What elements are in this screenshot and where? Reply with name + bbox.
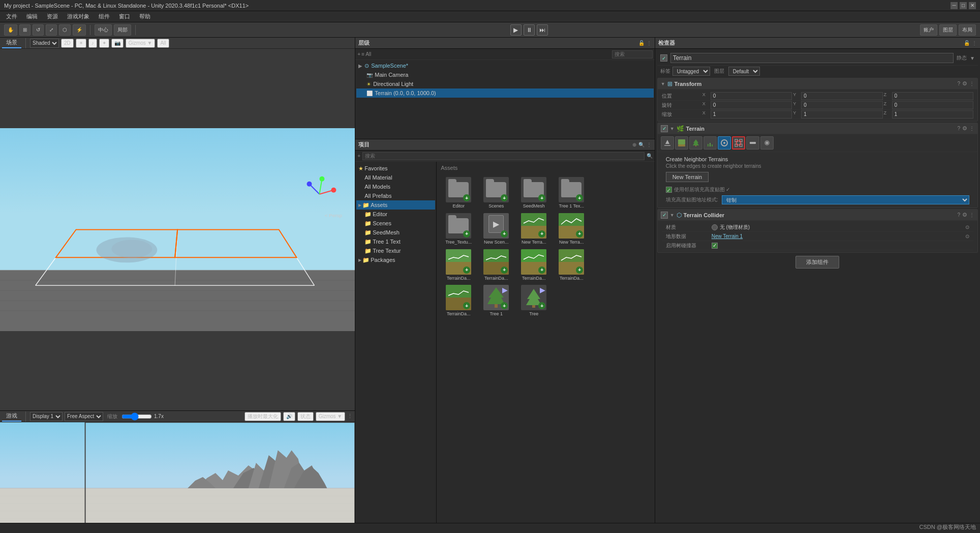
hierarchy-directional-light[interactable]: ☀ Directional Light [356,79,653,88]
tool-scale[interactable]: ⤢ [46,24,57,36]
scene-2d[interactable]: 2D [61,39,74,48]
maximize-on-play[interactable]: 播放时最大化 [244,412,281,421]
menu-help[interactable]: 帮助 [135,12,155,21]
terrain-data-select-icon[interactable]: ⊙ [965,233,969,239]
all-material-item[interactable]: All Material [356,173,435,182]
favorites-item[interactable]: ★ Favorites [356,164,435,173]
collider-more-icon[interactable]: ⋮ [969,212,974,218]
hierarchy-terrain[interactable]: ⬜ Terrain (0.0, 0.0, 1000.0) [356,88,653,98]
scale-z-input[interactable] [892,110,973,119]
terraindata1-add-btn[interactable]: + [463,266,470,274]
collider-question-icon[interactable]: ? [957,212,960,218]
layout-button[interactable]: 布局 [959,24,976,36]
tree-colliders-checkbox[interactable]: ✓ [712,243,718,249]
fill-checkbox[interactable]: ✓ [666,187,672,193]
game-more[interactable]: ⋮ [347,413,353,420]
asset-terraindata1[interactable]: + TerrainDa... [441,248,476,282]
stats-button[interactable]: 状态 [297,412,314,421]
all-prefabs-item[interactable]: All Prefabs [356,191,435,200]
scene-gizmos[interactable]: Gizmos ▼ [126,39,156,48]
game-gizmos[interactable]: Gizmos ▼ [316,412,346,421]
project-icon3[interactable]: ⋮ [647,142,652,147]
material-select-icon[interactable]: ⊙ [965,224,969,230]
object-enable-checkbox[interactable]: ✓ [660,54,667,62]
tree1text-folder-item[interactable]: 📁 Tree 1 Text [356,237,435,246]
inspector-more[interactable]: ⋮ [972,40,977,46]
minimize-button[interactable]: ─ [951,2,958,9]
asset-tree[interactable]: ▶ + Tree [516,284,552,318]
scene-audio[interactable]: ♪ [88,39,97,48]
tool-hand[interactable]: ✋ [4,24,17,36]
asset-newterrain1[interactable]: + New Terra... [516,212,552,246]
terrain-tool-extra1[interactable] [746,136,759,150]
hierarchy-add-icon[interactable]: + [357,51,360,57]
game-tab[interactable]: 游戏 [2,411,21,422]
hierarchy-search-input[interactable] [612,50,653,58]
asset-editor[interactable]: + Editor [441,176,476,210]
rot-y-input[interactable] [801,101,882,109]
tag-dropdown[interactable]: Untagged [672,67,710,76]
scale-y-input[interactable] [801,110,882,119]
treetexture-folder-item[interactable]: 📁 Tree Textur [356,246,435,255]
step-button[interactable]: ⏭ [537,24,548,36]
layer-dropdown[interactable]: Default [728,67,760,76]
terrain-raise-tool[interactable] [661,136,674,150]
project-icon2[interactable]: 🔍 [638,142,645,147]
asset-seedmesh[interactable]: + SeedMesh [516,176,552,210]
tool-transform[interactable]: ⚡ [73,24,86,36]
maximize-button[interactable]: □ [960,2,967,9]
scene-fx[interactable]: ✦ [99,39,109,48]
project-search-input[interactable] [362,152,645,160]
pos-x-input[interactable] [711,92,792,100]
asset-terraindata3[interactable]: + TerrainDa... [516,248,552,282]
window-controls[interactable]: ─ □ ✕ [951,2,976,9]
project-icon1[interactable]: ⊕ [632,142,636,147]
menu-window[interactable]: 窗口 [115,12,134,21]
scene-tab[interactable]: 场景 [2,38,21,48]
terrain-enable-checkbox[interactable]: ✓ [661,125,668,132]
account-button[interactable]: 账户 [920,24,937,36]
collider-enable-checkbox[interactable]: ✓ [661,212,668,219]
global-button[interactable]: 局部 [114,24,131,36]
inspector-lock[interactable]: 🔓 [964,40,970,46]
asset-tree1[interactable]: ▶ + Tree 1 [478,284,514,318]
transform-header[interactable]: ▼ ⊞ Transform ? ⚙ ⋮ [658,78,977,90]
rot-x-input[interactable] [711,101,792,109]
assets-root-item[interactable]: ▶ 📁 Assets [356,200,435,210]
terrain-tool-extra2[interactable] [760,136,774,150]
hierarchy-main-camera[interactable]: 📷 Main Camera [356,70,653,79]
tool-rect[interactable]: ⬡ [59,24,71,36]
new-terrain-button[interactable]: New Terrain [666,172,709,182]
collider-gear-icon[interactable]: ⚙ [962,212,967,218]
center-button[interactable]: 中心 [95,24,112,36]
static-dropdown-icon[interactable]: ▼ [970,55,975,61]
asset-treetexture[interactable]: + Tree_Textu... [441,212,476,246]
editor-add-btn[interactable]: + [463,194,470,201]
seedmesh-add-btn[interactable]: + [538,194,545,201]
terrain-question-icon[interactable]: ? [957,126,960,131]
rot-z-input[interactable] [892,101,973,109]
pos-y-input[interactable] [801,92,882,100]
object-name-input[interactable] [670,53,954,63]
terraindata4-add-btn[interactable]: + [576,266,583,274]
asset-terraindata4[interactable]: + TerrainDa... [554,248,589,282]
asset-tree1tex[interactable]: + Tree 1 Tex... [554,176,589,210]
tree1tex-add-btn[interactable]: + [576,194,583,201]
menu-edit[interactable]: 编辑 [22,12,42,21]
asset-terraindata2[interactable]: + TerrainDa... [478,248,514,282]
transform-question-icon[interactable]: ? [957,81,960,86]
mute-audio[interactable]: 🔊 [283,412,295,421]
layer-button[interactable]: 图层 [939,24,957,36]
menu-assets[interactable]: 资源 [43,12,62,21]
terrain-details-tool[interactable] [703,136,717,150]
close-button[interactable]: ✕ [969,2,976,9]
scenes-folder-item[interactable]: 📁 Scenes [356,219,435,228]
terrain-component-header[interactable]: ✓ ▼ 🌿 Terrain ? ⚙ ⋮ [658,123,977,134]
scale-slider[interactable] [121,413,152,420]
tool-rotate[interactable]: ↺ [33,24,44,36]
fill-mode-dropdown[interactable]: 钳制 [722,195,969,204]
newterrain1-add-btn[interactable]: + [538,230,545,238]
asset-scenes[interactable]: + Scenes [478,176,514,210]
tool-move[interactable]: ⊞ [19,24,30,36]
terraindata3-add-btn[interactable]: + [538,266,545,274]
